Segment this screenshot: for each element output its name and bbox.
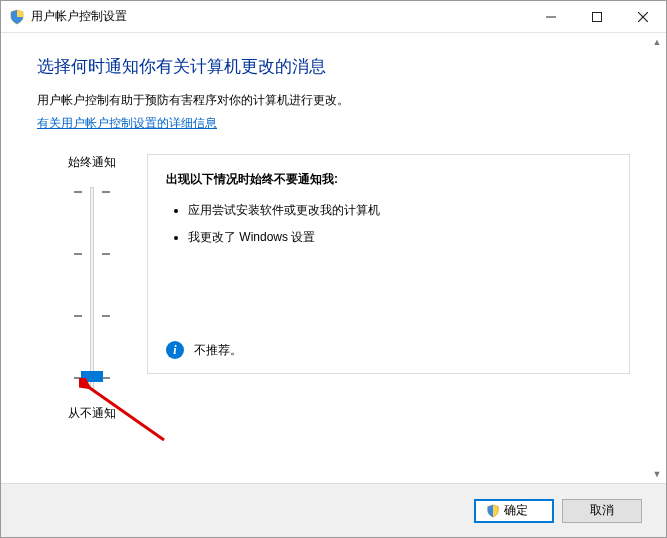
scroll-up-icon[interactable]: ▲ [649,34,665,50]
slider-thumb[interactable] [81,371,103,382]
info-heading: 出现以下情况时始终不要通知我: [166,171,611,188]
page-title: 选择何时通知你有关计算机更改的消息 [37,55,630,78]
watermark-logo: 系统之家 [522,429,652,477]
maximize-button[interactable] [574,1,620,33]
window-title: 用户帐户控制设置 [31,8,528,25]
slider-tick [74,315,82,317]
uac-shield-icon [486,504,500,518]
slider-track [90,187,94,389]
slider-column: 始终通知 从不通知 [37,154,147,422]
slider-tick [102,253,110,255]
slider-tick [74,253,82,255]
info-bullet: 应用尝试安装软件或更改我的计算机 [188,202,611,219]
recommendation-text: 不推荐。 [194,342,242,359]
slider-tick [102,315,110,317]
description-text: 用户帐户控制有助于预防有害程序对你的计算机进行更改。 [37,92,630,109]
titlebar: 用户帐户控制设置 [1,1,666,33]
svg-text:系统之家: 系统之家 [583,445,652,465]
svg-rect-1 [593,12,602,21]
slider-tick [74,191,82,193]
cancel-button-label: 取消 [590,503,614,517]
slider-tick [102,191,110,193]
ok-button[interactable]: 确定 [474,499,554,523]
slider-tick [102,377,110,379]
cancel-button[interactable]: 取消 [562,499,642,523]
ok-button-label: 确定 [504,502,528,519]
slider-bottom-label: 从不通知 [68,405,116,422]
info-panel: 出现以下情况时始终不要通知我: 应用尝试安装软件或更改我的计算机 我更改了 Wi… [147,154,630,374]
info-icon: i [166,341,184,359]
close-button[interactable] [620,1,666,33]
uac-shield-icon [9,9,25,25]
help-link[interactable]: 有关用户帐户控制设置的详细信息 [37,115,217,132]
vertical-scrollbar[interactable]: ▲ ▼ [649,34,665,482]
uac-settings-window: 用户帐户控制设置 选择何时通知你有关计算机更改的消息 用户帐户控制有助于预防有害… [0,0,667,538]
footer: 确定 取消 系统之家 [1,483,666,537]
info-bullet-list: 应用尝试安装软件或更改我的计算机 我更改了 Windows 设置 [166,202,611,246]
minimize-button[interactable] [528,1,574,33]
info-bullet: 我更改了 Windows 设置 [188,229,611,246]
content-area: 选择何时通知你有关计算机更改的消息 用户帐户控制有助于预防有害程序对你的计算机进… [1,33,666,483]
recommendation-row: i 不推荐。 [166,341,242,359]
body-area: 始终通知 从不通知 出现以下情况时始终不要通知我: [37,154,630,422]
notification-slider[interactable] [62,181,122,395]
slider-top-label: 始终通知 [68,154,116,171]
